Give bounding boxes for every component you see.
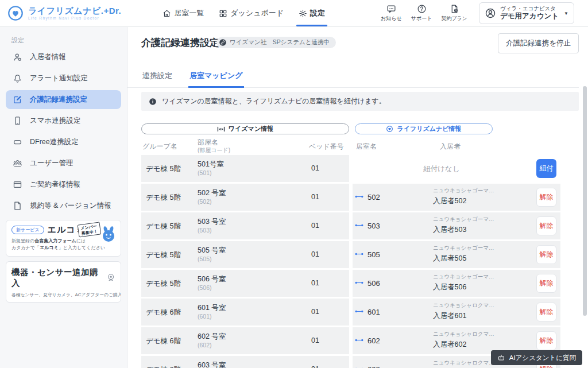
- resident-icon: [13, 52, 22, 62]
- group-name: デモ棟 6階: [146, 336, 181, 346]
- room-name: 501号室: [198, 160, 224, 169]
- app-logo-icon: [7, 5, 24, 22]
- dfree-icon: [13, 137, 22, 147]
- unlink-button[interactable]: 解除: [536, 216, 556, 235]
- unlink-button[interactable]: 解除: [536, 188, 556, 207]
- smartphone-icon: [13, 116, 22, 126]
- table-row: デモ棟 5階505 号室(505)01505ニュウキョシャゴーマ…入居者505解…: [141, 241, 560, 268]
- navi-cell: 506ニュウキョシャゴーマ…入居者506解除: [353, 270, 560, 297]
- resident-block: ニュウキョシャゴーマ…入居者502: [433, 187, 494, 206]
- account-menu[interactable]: ヴィラ・エコナビスタ デモ用アカウント ▼: [479, 2, 574, 24]
- room-code: (506): [198, 284, 212, 291]
- elcomi-description: 新規登録の合言葉入力フォームには カタカナで「エルコミ」と入力してください: [11, 238, 115, 252]
- quick-link-plan[interactable]: 契約プラン: [441, 4, 467, 22]
- unlink-button[interactable]: 解除: [536, 331, 556, 350]
- bed-number: 01: [311, 164, 319, 172]
- quick-link-support[interactable]: サポート: [411, 4, 432, 22]
- map-link-icon: [354, 337, 364, 343]
- map-link-icon: [354, 251, 364, 257]
- wiseman-cell: デモ棟 5階501号室(501)01: [141, 155, 349, 182]
- main-content: 介護記録連携設定 ワイズマン社 SPシステムと連携中 介護記録連携を停止 連携設…: [127, 27, 588, 368]
- resident-kana: ニュウキョシャゴーマ…: [433, 187, 494, 195]
- sidebar-item-user-management[interactable]: ユーザー管理: [6, 154, 121, 173]
- tab-room-mapping[interactable]: 居室マッピング: [188, 67, 244, 88]
- stop-integration-button[interactable]: 介護記録連携を停止: [498, 33, 579, 53]
- resident-kana: ニュウキョシャゴーマ…: [433, 245, 494, 252]
- sidebar-item-terms-version[interactable]: 規約等 & バージョン情報: [6, 196, 121, 215]
- sidebar-item-alert-settings[interactable]: アラート通知設定: [6, 69, 121, 88]
- nav-item-room-list[interactable]: 居室一覧: [163, 0, 204, 26]
- wiseman-cell: デモ棟 6階602 号室(602)01: [141, 327, 349, 354]
- room-name: 503 号室: [198, 217, 226, 227]
- unit-name: 603: [368, 365, 380, 368]
- wiseman-cell: デモ棟 5階502 号室(502)01: [141, 184, 349, 211]
- group-name: デモ棟 5階: [146, 279, 181, 289]
- app-logo-title: ライフリズムナビ.+Dr.: [28, 6, 121, 16]
- navi-cell: 601ニュウキョシャロクマ…入居者601解除: [353, 299, 560, 326]
- terms-icon: [13, 201, 22, 211]
- table-row: デモ棟 5階501号室(501)01紐付けなし紐付: [141, 155, 560, 182]
- top-header: ライフリズムナビ.+Dr. Life Rhythm Navi Plus Doct…: [0, 0, 588, 27]
- contract-info-icon: [13, 180, 22, 189]
- sidebar-item-residents[interactable]: 入居者情報: [6, 48, 121, 67]
- app-logo[interactable]: ライフリズムナビ.+Dr. Life Rhythm Navi Plus Doct…: [0, 5, 121, 22]
- robot-icon: [497, 354, 505, 362]
- table-row: デモ棟 5階506 号室(506)01506ニュウキョシャゴーマ…入居者506解…: [141, 270, 560, 297]
- resident-block: ニュウキョシャゴーマ…入居者503: [433, 216, 494, 235]
- sidebar-item-contractor-info[interactable]: ご契約者様情報: [6, 175, 121, 194]
- header-actions: お知らせサポート契約プラン ヴィラ・エコナビスタ デモ用アカウント ▼: [381, 2, 588, 24]
- unlink-button[interactable]: 解除: [536, 245, 556, 264]
- resident-kana: ニュウキョシャロクマ…: [433, 331, 494, 338]
- elcomi-banner[interactable]: 新サービス エルコミ メンバー 募集中！ 新規登録の合言葉入力フォームには カタ…: [6, 220, 121, 257]
- sidebar-item-label: ご契約者様情報: [30, 180, 80, 189]
- map-link-icon: [354, 308, 364, 315]
- quick-link-label: お知らせ: [381, 15, 402, 22]
- sidebar-item-label: 入居者情報: [30, 52, 66, 62]
- column-room-code: (部屋コード): [198, 146, 230, 154]
- account-avatar-icon: [485, 7, 496, 19]
- group-name: デモ棟 5階: [146, 164, 181, 174]
- announcement-icon: [386, 4, 396, 14]
- unlink-button[interactable]: 解除: [536, 303, 556, 321]
- room-name: 506 号室: [198, 274, 226, 284]
- room-code: (502): [198, 198, 212, 205]
- group-name: デモ棟 5階: [146, 193, 181, 203]
- sidebar-item-care-record-link[interactable]: 介護記録連携設定: [6, 90, 121, 109]
- quick-link-label: サポート: [411, 15, 432, 22]
- mapping-table: デモ棟 5階501号室(501)01紐付けなし紐付デモ棟 5階502 号室(50…: [141, 155, 560, 368]
- navi-cell: 503ニュウキョシャゴーマ…入居者503解除: [353, 212, 560, 239]
- sidebar-item-label: ユーザー管理: [30, 158, 74, 168]
- unit-name: 506: [368, 279, 380, 288]
- ai-assistant-button[interactable]: AIアシスタントに質問: [491, 350, 582, 365]
- unlink-button[interactable]: 解除: [536, 274, 556, 293]
- edit-icon: [13, 95, 22, 104]
- nav-item-settings[interactable]: 設定: [299, 0, 325, 26]
- wiseman-icon: [217, 126, 225, 132]
- sensor-purchase-banner[interactable]: 機器・センサー追加購入 各種センサー、見守りカメラ、ACアダプターのご購入はこち…: [6, 261, 121, 303]
- map-link-icon: [354, 222, 364, 228]
- sidebar-item-label: 規約等 & バージョン情報: [30, 201, 111, 211]
- link-button[interactable]: 紐付: [536, 159, 556, 178]
- tab-link-settings[interactable]: 連携設定: [141, 67, 173, 88]
- top-nav: 居室一覧ダッシュボード設定: [163, 0, 325, 26]
- navi-cell: 紐付けなし紐付: [353, 155, 560, 182]
- table-row: デモ棟 5階503 号室(503)01503ニュウキョシャゴーマ…入居者503解…: [141, 212, 560, 239]
- scrollbar[interactable]: [583, 86, 587, 316]
- resident-name: 入居者502: [433, 196, 494, 206]
- chevron-down-icon: ▼: [564, 11, 568, 16]
- nav-item-label: 設定: [310, 8, 325, 18]
- bed-number: 01: [311, 222, 319, 230]
- sidebar-item-dfree-link[interactable]: DFree連携設定: [6, 133, 121, 152]
- nav-item-dashboard[interactable]: ダッシュボード: [219, 0, 284, 26]
- support-icon: [417, 4, 427, 14]
- sensor-banner-description: 各種センサー、見守りカメラ、ACアダプターのご購入はこちら: [11, 292, 115, 298]
- quick-link-news[interactable]: お知らせ: [381, 4, 402, 22]
- bed-number: 01: [311, 308, 319, 316]
- sidebar-item-label: DFree連携設定: [30, 137, 79, 147]
- account-name: デモ用アカウント: [500, 12, 559, 21]
- column-unit-name: 居室名: [356, 142, 377, 152]
- integration-status-badge: ワイズマン社 SPシステムと連携中: [216, 37, 336, 48]
- wiseman-cell: デモ棟 5階506 号室(506)01: [141, 270, 349, 297]
- room-code: (601): [198, 313, 212, 320]
- sidebar-item-smartphone-link[interactable]: スマホ連携設定: [6, 111, 121, 130]
